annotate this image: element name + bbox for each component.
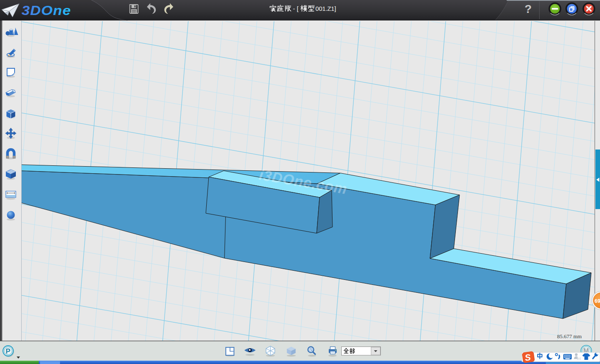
svg-text:001.Z1]: 001.Z1] — [315, 5, 336, 12]
svg-text:3DOne: 3DOne — [22, 3, 71, 17]
svg-text:- [: - [ — [293, 5, 299, 12]
svg-text:?: ? — [525, 2, 532, 15]
svg-text:69: 69 — [595, 298, 600, 304]
svg-text:14: 14 — [577, 357, 581, 361]
svg-text:P: P — [6, 347, 10, 355]
svg-text:85.677 mm: 85.677 mm — [557, 333, 582, 339]
